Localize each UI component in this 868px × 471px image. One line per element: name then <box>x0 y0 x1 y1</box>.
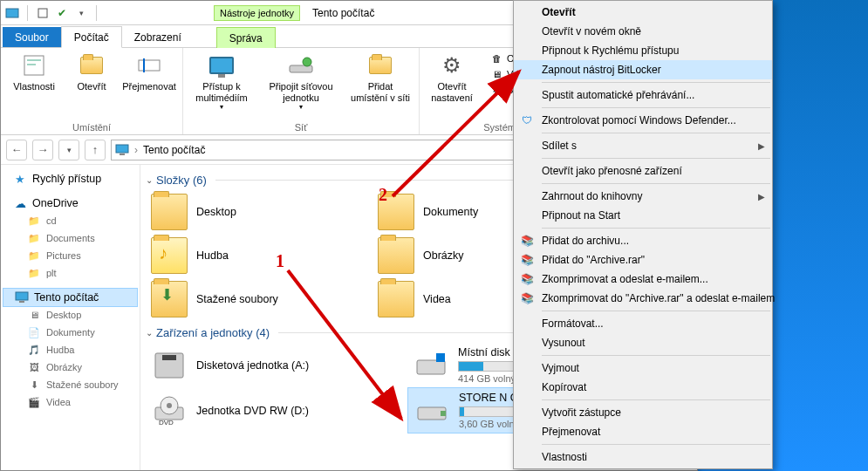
menu-autoplay[interactable]: Spustit automatické přehrávání... <box>514 85 772 105</box>
menu-format[interactable]: Formátovat... <box>514 314 772 333</box>
menu-pin-start[interactable]: Připnout na Start <box>514 206 772 225</box>
nav-documents[interactable]: 📄Dokumenty <box>1 324 140 341</box>
svg-rect-5 <box>290 65 312 72</box>
svg-point-6 <box>303 58 311 66</box>
ribbon-properties-button[interactable]: Vlastnosti <box>8 51 60 92</box>
menu-compress-rar-mail[interactable]: 📚Zkomprimovat do "Archive.rar" a odeslat… <box>514 289 772 308</box>
nav-up-button[interactable]: ↑ <box>85 140 106 160</box>
window-title: Tento počítač <box>312 7 374 19</box>
music-icon: 🎵 <box>27 343 41 357</box>
ribbon-map-drive-button[interactable]: Připojit síťovou jednotku▾ <box>265 51 337 111</box>
svg-point-17 <box>167 403 172 408</box>
nav-onedrive[interactable]: ☁OneDrive <box>1 195 140 212</box>
menu-cut[interactable]: Vyjmout <box>514 358 772 378</box>
quick-access-toolbar: ✔ ▾ <box>4 5 100 21</box>
svg-rect-7 <box>116 145 128 153</box>
svg-rect-14 <box>436 353 445 362</box>
menu-include-library[interactable]: Zahrnout do knihovny▶ <box>514 187 772 206</box>
nav-onedrive-cd[interactable]: 📁cd <box>1 212 140 229</box>
folder-desktop[interactable]: Desktop <box>146 190 372 234</box>
floppy-icon <box>151 347 188 384</box>
menu-bitlocker[interactable]: Zapnout nástroj BitLocker <box>514 60 772 79</box>
nav-quick-access[interactable]: ★Rychlý přístup <box>1 170 140 188</box>
nav-downloads[interactable]: ⬇Stažené soubory <box>1 376 140 393</box>
menu-add-archive[interactable]: 📚Přidat do archivu... <box>514 231 772 250</box>
menu-properties[interactable]: Vlastnosti <box>514 447 772 467</box>
nav-onedrive-documents[interactable]: 📁Documents <box>1 229 140 247</box>
winrar-icon: 📚 <box>519 271 535 287</box>
ribbon-group-label: Umístění <box>72 122 111 133</box>
chevron-down-icon: ⌄ <box>146 175 153 185</box>
nav-recent-button[interactable]: ▾ <box>58 140 79 160</box>
winrar-icon: 📚 <box>519 233 535 249</box>
folder-sync-icon: 📁 <box>27 266 41 280</box>
ribbon-media-button[interactable]: Přístup k multimédiím▾ <box>190 51 253 111</box>
address-segment[interactable]: Tento počítač <box>143 144 205 156</box>
winrar-icon: 📚 <box>519 252 535 268</box>
menu-pin-quick-access[interactable]: Připnout k Rychlému přístupu <box>514 41 772 60</box>
folder-downloads[interactable]: ⬇Stažené soubory <box>146 277 372 321</box>
menu-rename[interactable]: Přejmenovat <box>514 422 772 441</box>
nav-pictures[interactable]: 🖼Obrázky <box>1 358 140 376</box>
menu-open-portable[interactable]: Otevřít jako přenosné zařízení <box>514 161 772 181</box>
tab-computer[interactable]: Počítač <box>61 26 122 48</box>
menu-copy[interactable]: Kopírovat <box>514 378 772 397</box>
svg-text:DVD: DVD <box>159 419 174 427</box>
drive-dvd-d[interactable]: DVD Jednotka DVD RW (D:) <box>146 387 407 433</box>
nav-thispc[interactable]: Tento počítač <box>3 288 138 307</box>
nav-onedrive-pictures[interactable]: 📁Pictures <box>1 247 140 264</box>
svg-rect-20 <box>441 411 446 416</box>
downloads-icon: ⬇ <box>27 378 41 392</box>
svg-rect-12 <box>162 355 176 360</box>
tab-manage[interactable]: Správa <box>216 27 276 48</box>
documents-icon: 📄 <box>27 325 41 339</box>
qat-properties-icon[interactable] <box>35 5 51 21</box>
nav-back-button[interactable]: ← <box>6 140 27 160</box>
ribbon-add-location-button[interactable]: Přidat umístění v síti <box>349 51 412 103</box>
navigation-pane: ★Rychlý přístup ☁OneDrive 📁cd 📁Documents… <box>1 165 140 470</box>
menu-add-rar[interactable]: 📚Přidat do "Archive.rar" <box>514 250 772 270</box>
nav-videos[interactable]: 🎬Videa <box>1 393 140 411</box>
folder-sync-icon: 📁 <box>27 214 41 228</box>
context-menu: Otevřít Otevřít v novém okně Připnout k … <box>513 0 773 469</box>
drive-floppy-a[interactable]: Disketová jednotka (A:) <box>146 343 407 387</box>
chevron-down-icon: ⌄ <box>146 328 153 338</box>
menu-defender[interactable]: 🛡Zkontrolovat pomocí Windows Defender... <box>514 111 772 130</box>
svg-rect-0 <box>6 9 18 17</box>
ribbon-rename-button[interactable]: Přejmenovat <box>123 51 175 92</box>
ribbon-open-button[interactable]: Otevřít <box>72 51 111 92</box>
star-icon: ★ <box>13 172 27 186</box>
dvd-icon: DVD <box>151 392 188 429</box>
contextual-tab-label: Nástroje jednotky <box>214 5 300 21</box>
nav-music[interactable]: 🎵Hudba <box>1 341 140 358</box>
app-icon <box>4 5 20 21</box>
ribbon-group-label: Systém <box>483 122 516 133</box>
nav-desktop[interactable]: 🖥Desktop <box>1 306 140 324</box>
svg-rect-10 <box>19 301 24 303</box>
desktop-icon: 🖥 <box>27 308 41 322</box>
pictures-icon: 🖼 <box>27 360 41 374</box>
menu-open[interactable]: Otevřít <box>514 3 772 22</box>
nav-forward-button[interactable]: → <box>32 140 53 160</box>
menu-compress-mail[interactable]: 📚Zkomprimovat a odeslat e-mailem... <box>514 270 772 289</box>
thispc-icon <box>15 290 29 304</box>
winrar-icon: 📚 <box>519 290 535 306</box>
tab-file[interactable]: Soubor <box>3 27 61 47</box>
submenu-arrow-icon: ▶ <box>758 192 765 201</box>
nav-onedrive-plt[interactable]: 📁plt <box>1 264 140 282</box>
menu-share-with[interactable]: Sdílet s▶ <box>514 136 772 155</box>
menu-open-new-window[interactable]: Otevřít v novém okně <box>514 22 772 41</box>
menu-create-shortcut[interactable]: Vytvořit zástupce <box>514 403 772 422</box>
svg-rect-9 <box>16 292 28 300</box>
qat-dropdown-icon[interactable]: ▾ <box>73 5 89 21</box>
ribbon-settings-button[interactable]: ⚙Otevřít nastavení <box>427 51 477 103</box>
menu-eject[interactable]: Vysunout <box>514 333 772 352</box>
submenu-arrow-icon: ▶ <box>758 141 765 151</box>
svg-rect-2 <box>24 56 44 75</box>
qat-checkbox-icon[interactable]: ✔ <box>54 5 70 21</box>
folder-music[interactable]: ♪Hudba <box>146 234 372 277</box>
svg-rect-1 <box>38 9 47 17</box>
shield-icon: 🛡 <box>519 113 535 128</box>
tab-view[interactable]: Zobrazení <box>122 27 194 47</box>
svg-rect-13 <box>417 360 445 374</box>
